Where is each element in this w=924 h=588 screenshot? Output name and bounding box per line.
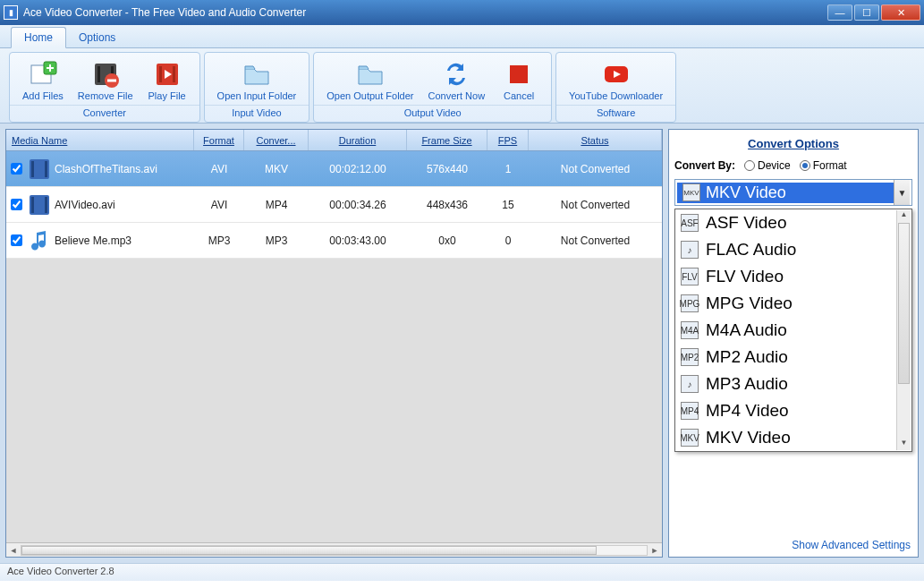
dropdown-item-label: M4A Audio <box>706 320 787 340</box>
cell-duration: 00:03:43.00 <box>309 234 407 247</box>
format-tag-icon: MPG <box>681 294 699 312</box>
tab-options[interactable]: Options <box>66 28 128 47</box>
open-output-folder-button[interactable]: Open Output Folder <box>319 58 420 103</box>
media-list-pane: Media Name Format Conver... Duration Fra… <box>5 129 663 558</box>
film-icon <box>26 158 53 181</box>
play-file-button[interactable]: Play File <box>140 58 194 103</box>
col-frame-size[interactable]: Frame Size <box>407 130 487 150</box>
remove-file-icon <box>91 60 120 89</box>
convert-options-title: Convert Options <box>674 137 912 150</box>
ribbon-group-software: YouTube Downloader Software <box>555 52 676 123</box>
format-combo[interactable]: MKV MKV Video ▼ <box>674 179 912 206</box>
svg-rect-16 <box>31 197 34 213</box>
row-checkbox[interactable] <box>11 199 22 210</box>
svg-rect-13 <box>31 161 34 177</box>
col-format[interactable]: Format <box>194 130 244 150</box>
add-file-icon <box>29 60 57 89</box>
ribbon-label-software: Software <box>556 105 675 122</box>
window-title: Ace Video Converter - The Free Video and… <box>23 6 306 19</box>
dropdown-item[interactable]: ♪MP3 Audio <box>675 371 911 397</box>
cell-status: Not Converted <box>529 199 662 211</box>
row-checkbox[interactable] <box>11 163 22 175</box>
scroll-thumb[interactable] <box>21 546 597 555</box>
svg-rect-9 <box>173 66 175 82</box>
cell-fps: 0 <box>487 234 529 247</box>
main-tabs: Home Options <box>0 25 924 48</box>
ribbon-label-output: Output Video <box>314 105 551 122</box>
scroll-left-icon[interactable]: ◄ <box>6 546 21 555</box>
col-media-name[interactable]: Media Name <box>6 130 194 150</box>
open-input-folder-button[interactable]: Open Input Folder <box>210 58 304 103</box>
ribbon-group-converter: Add Files Remove File Play File Converte… <box>9 52 200 123</box>
scroll-down-icon[interactable]: ▼ <box>897 439 911 450</box>
status-bar: Ace Video Converter 2.8 <box>0 563 924 581</box>
dropdown-item[interactable]: ♪FLAC Audio <box>675 236 911 263</box>
dropdown-scrollbar[interactable]: ▲ ▼ <box>896 210 911 450</box>
mkv-icon: MKV <box>682 183 700 201</box>
svg-rect-6 <box>107 80 116 82</box>
svg-rect-8 <box>159 66 162 82</box>
cell-duration: 00:02:12.00 <box>309 163 407 175</box>
convert-by-label: Convert By: <box>674 159 735 172</box>
dropdown-item-label: MP4 Video <box>706 401 789 421</box>
scroll-up-icon[interactable]: ▲ <box>897 210 911 222</box>
table-row[interactable]: Believe Me.mp3MP3MP300:03:43.000x00Not C… <box>6 223 662 259</box>
convert-now-button[interactable]: Convert Now <box>421 58 493 103</box>
table-row[interactable]: ClashOfTheTitans.aviAVIMKV00:02:12.00576… <box>6 151 662 187</box>
empty-area <box>6 259 662 542</box>
show-advanced-settings-link[interactable]: Show Advanced Settings <box>792 539 911 551</box>
col-duration[interactable]: Duration <box>309 130 407 150</box>
format-tag-icon: ♪ <box>681 241 699 259</box>
cell-duration: 00:00:34.26 <box>309 199 407 211</box>
format-tag-icon: M4A <box>681 321 699 339</box>
cell-frame: 0x0 <box>407 234 487 247</box>
cell-frame: 448x436 <box>407 199 487 211</box>
cell-conv: MP3 <box>244 234 309 247</box>
add-files-button[interactable]: Add Files <box>15 58 71 103</box>
format-tag-icon: FLV <box>681 268 699 285</box>
close-button[interactable]: ✕ <box>881 4 920 21</box>
remove-file-button[interactable]: Remove File <box>71 58 140 103</box>
radio-format[interactable]: Format <box>800 159 847 172</box>
dropdown-item-label: FLV Video <box>706 267 784 286</box>
app-icon: ▮ <box>4 5 18 20</box>
cell-media-name: AVIVideo.avi <box>53 199 194 211</box>
h-scrollbar[interactable]: ◄ ► <box>6 542 662 557</box>
dropdown-item[interactable]: MPGMPG Video <box>675 290 911 317</box>
cell-conv: MKV <box>244 163 309 175</box>
col-fps[interactable]: FPS <box>487 130 529 150</box>
tab-home[interactable]: Home <box>11 27 66 48</box>
folder-icon <box>356 60 385 89</box>
cell-conv: MP4 <box>244 199 309 211</box>
folder-icon <box>242 60 271 89</box>
scroll-right-icon[interactable]: ► <box>648 546 662 555</box>
dropdown-item[interactable]: MP2MP2 Audio <box>675 344 911 371</box>
row-checkbox[interactable] <box>11 234 22 246</box>
maximize-button[interactable]: ☐ <box>854 4 879 21</box>
col-status[interactable]: Status <box>529 130 662 150</box>
dropdown-item-label: MPG Video <box>706 294 793 313</box>
scroll-thumb[interactable] <box>898 223 910 384</box>
table-row[interactable]: AVIVideo.aviAVIMP400:00:34.26448x43615No… <box>6 187 662 223</box>
dropdown-item[interactable]: ASFASF Video <box>675 209 911 236</box>
ribbon-group-input: Open Input Folder Input Video <box>204 52 310 123</box>
ribbon-label-converter: Converter <box>10 105 199 122</box>
svg-rect-17 <box>45 197 47 213</box>
combo-selected: MKV Video <box>706 183 786 202</box>
dropdown-item[interactable]: MP4MP4 Video <box>675 397 911 424</box>
dropdown-item[interactable]: M4AM4A Audio <box>675 317 911 344</box>
cancel-button[interactable]: Cancel <box>492 58 546 103</box>
minimize-button[interactable]: — <box>827 4 852 21</box>
chevron-down-icon[interactable]: ▼ <box>894 180 910 205</box>
dropdown-item[interactable]: FLVFLV Video <box>675 263 911 290</box>
youtube-downloader-button[interactable]: YouTube Downloader <box>562 58 670 103</box>
youtube-icon <box>602 60 631 89</box>
ribbon-group-output: Open Output Folder Convert Now Cancel Ou… <box>313 52 552 123</box>
radio-device[interactable]: Device <box>744 159 791 172</box>
col-conver[interactable]: Conver... <box>244 130 309 150</box>
svg-rect-10 <box>510 65 528 83</box>
dropdown-item[interactable]: MKVMKV Video <box>675 424 911 451</box>
format-tag-icon: MP2 <box>681 348 699 366</box>
cell-frame: 576x440 <box>407 163 487 175</box>
format-tag-icon: ASF <box>681 214 699 232</box>
